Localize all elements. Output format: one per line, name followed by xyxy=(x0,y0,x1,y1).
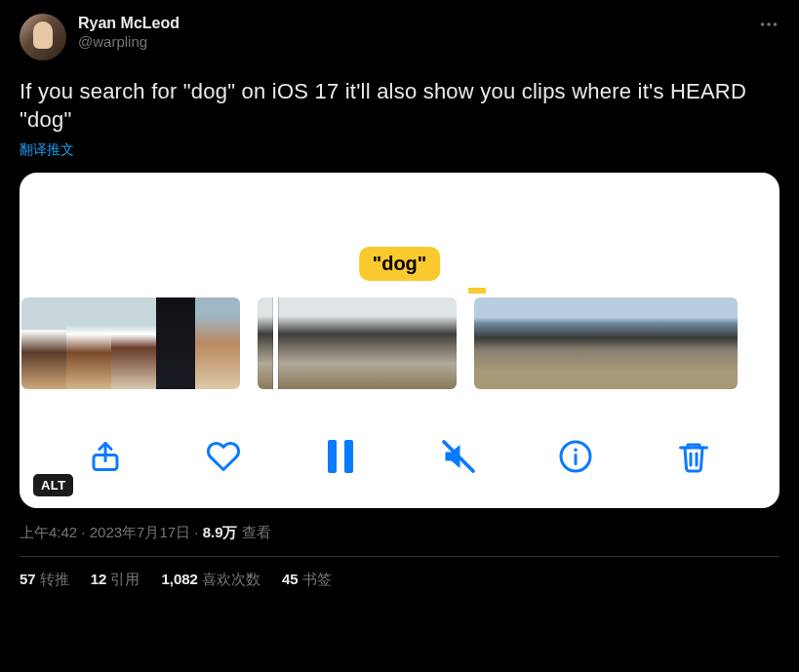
handle: @warpling xyxy=(78,33,180,52)
video-frame xyxy=(195,297,240,389)
video-frame xyxy=(606,297,650,389)
trash-icon[interactable] xyxy=(675,438,712,475)
tweet-header: Ryan McLeod @warpling xyxy=(20,14,779,60)
clip-group[interactable] xyxy=(258,297,457,389)
display-name: Ryan McLeod xyxy=(78,14,180,33)
video-frame xyxy=(66,297,111,389)
meta-time[interactable]: 上午4:42 xyxy=(20,524,77,540)
video-frame xyxy=(258,297,324,389)
svg-point-7 xyxy=(574,449,578,453)
timeline-marker xyxy=(468,288,486,294)
info-icon[interactable] xyxy=(557,438,594,475)
video-frame xyxy=(324,297,390,389)
author-names[interactable]: Ryan McLeod @warpling xyxy=(78,14,180,52)
video-frame xyxy=(694,297,738,389)
svg-point-1 xyxy=(767,22,771,26)
tweet-text: If you search for "dog" on iOS 17 it'll … xyxy=(20,78,779,134)
meta-date[interactable]: 2023年7月17日 xyxy=(90,524,190,540)
video-frame xyxy=(156,297,195,389)
mute-icon[interactable] xyxy=(440,438,477,475)
playhead[interactable] xyxy=(273,297,278,389)
views-count: 8.9万 xyxy=(203,524,238,540)
clip-group[interactable] xyxy=(21,297,240,389)
svg-point-2 xyxy=(774,22,778,26)
pause-icon[interactable] xyxy=(322,438,359,475)
video-frame xyxy=(390,297,457,389)
stat-likes[interactable]: 1,082喜欢次数 xyxy=(161,571,260,589)
engagement-stats: 57转推 12引用 1,082喜欢次数 45书签 xyxy=(20,557,779,589)
svg-point-0 xyxy=(761,22,765,26)
stat-bookmarks[interactable]: 45书签 xyxy=(282,571,332,589)
tweet-container: Ryan McLeod @warpling If you search for … xyxy=(0,0,799,589)
more-icon[interactable] xyxy=(758,14,779,35)
stat-retweets[interactable]: 57转推 xyxy=(20,571,69,589)
tweet-meta: 上午4:42 · 2023年7月17日 · 8.9万 查看 xyxy=(20,524,779,542)
video-frame xyxy=(111,297,156,389)
video-frame xyxy=(474,297,518,389)
clip-group[interactable] xyxy=(474,297,738,389)
video-frame xyxy=(518,297,562,389)
caption-highlight: "dog" xyxy=(359,247,441,281)
video-frame xyxy=(562,297,606,389)
video-frame xyxy=(21,297,66,389)
translate-link[interactable]: 翻译推文 xyxy=(20,141,74,159)
heart-icon[interactable] xyxy=(205,438,242,475)
video-timeline[interactable] xyxy=(20,297,779,389)
media-attachment[interactable]: "dog" xyxy=(20,173,779,508)
media-toolbar xyxy=(20,438,779,475)
stat-quotes[interactable]: 12引用 xyxy=(91,571,140,589)
views-label: 查看 xyxy=(242,524,271,540)
video-frame xyxy=(650,297,694,389)
avatar[interactable] xyxy=(20,14,66,60)
share-icon[interactable] xyxy=(87,438,124,475)
alt-badge[interactable]: ALT xyxy=(33,474,73,496)
